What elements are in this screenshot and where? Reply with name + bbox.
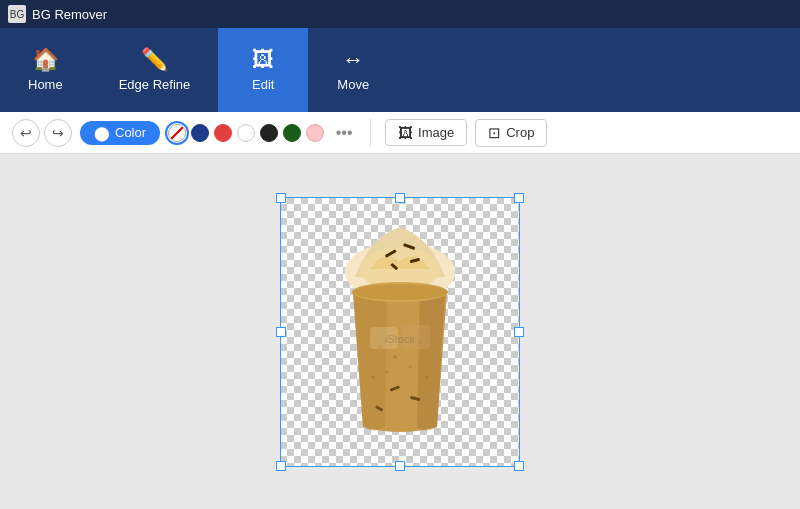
handle-middle-right[interactable] <box>514 327 524 337</box>
home-label: Home <box>28 77 63 92</box>
crop-button[interactable]: ⊡ Crop <box>475 119 547 147</box>
undo-button[interactable]: ↩ <box>12 119 40 147</box>
handle-top-left[interactable] <box>276 193 286 203</box>
crop-box <box>280 197 520 467</box>
color-swatch-blue-outline[interactable] <box>191 124 209 142</box>
color-button-label: Color <box>115 125 146 140</box>
undo-redo-group: ↩ ↪ <box>12 119 72 147</box>
color-button[interactable]: ⬤ Color <box>80 121 160 145</box>
image-button-label: Image <box>418 125 454 140</box>
handle-top-center[interactable] <box>395 193 405 203</box>
edit-icon: 🖼 <box>252 49 274 71</box>
handle-bottom-left[interactable] <box>276 461 286 471</box>
toolbar: ↩ ↪ ⬤ Color ••• 🖼 Image ⊡ Crop <box>0 112 800 154</box>
app-icon: BG <box>8 5 26 23</box>
image-button[interactable]: 🖼 Image <box>385 119 467 146</box>
color-swatch-white[interactable] <box>237 124 255 142</box>
color-swatch-transparent[interactable] <box>168 124 186 142</box>
move-label: Move <box>337 77 369 92</box>
nav-item-move[interactable]: ↔ Move <box>308 28 398 112</box>
edge-refine-label: Edge Refine <box>119 77 191 92</box>
more-colors-button[interactable]: ••• <box>332 121 356 145</box>
color-swatches <box>168 124 324 142</box>
crop-container[interactable]: iStock <box>280 197 520 467</box>
nav-item-edge-refine[interactable]: ✏️ Edge Refine <box>91 28 219 112</box>
canvas-area: iStock <box>0 154 800 509</box>
color-swatch-pink[interactable] <box>306 124 324 142</box>
image-icon: 🖼 <box>398 124 413 141</box>
home-icon: 🏠 <box>32 49 59 71</box>
edge-refine-icon: ✏️ <box>141 49 168 71</box>
crop-button-label: Crop <box>506 125 534 140</box>
handle-top-right[interactable] <box>514 193 524 203</box>
title-bar: BG BG Remover <box>0 0 800 28</box>
color-swatch-red[interactable] <box>214 124 232 142</box>
nav-item-home[interactable]: 🏠 Home <box>0 28 91 112</box>
toolbar-separator <box>370 119 371 147</box>
crop-icon: ⊡ <box>488 124 501 142</box>
edit-label: Edit <box>252 77 274 92</box>
color-swatch-black[interactable] <box>260 124 278 142</box>
top-nav: 🏠 Home ✏️ Edge Refine 🖼 Edit ↔ Move <box>0 28 800 112</box>
app-title: BG Remover <box>32 7 107 22</box>
color-pill-icon: ⬤ <box>94 125 110 141</box>
handle-bottom-center[interactable] <box>395 461 405 471</box>
redo-button[interactable]: ↪ <box>44 119 72 147</box>
color-swatch-dark-green[interactable] <box>283 124 301 142</box>
move-icon: ↔ <box>342 49 364 71</box>
handle-bottom-right[interactable] <box>514 461 524 471</box>
handle-middle-left[interactable] <box>276 327 286 337</box>
nav-item-edit[interactable]: 🖼 Edit <box>218 28 308 112</box>
